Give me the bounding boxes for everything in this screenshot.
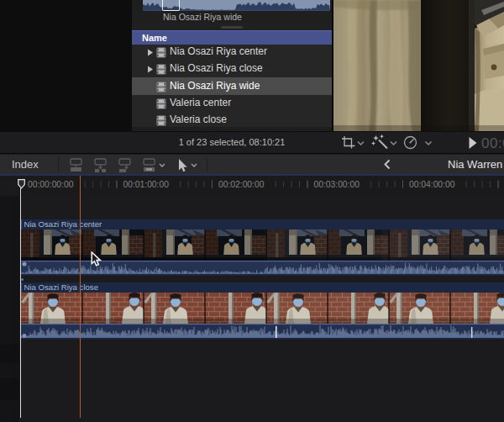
svg-text:00:04:00:00: 00:04:00:00 xyxy=(409,180,455,189)
svg-text:00:03:00:00: 00:03:00:00 xyxy=(314,180,360,189)
svg-text:00:01:00:00: 00:01:00:00 xyxy=(123,180,170,189)
svg-text:00:02:00:00: 00:02:00:00 xyxy=(218,180,265,189)
svg-text:00:00:00:00: 00:00:00:00 xyxy=(28,180,74,189)
